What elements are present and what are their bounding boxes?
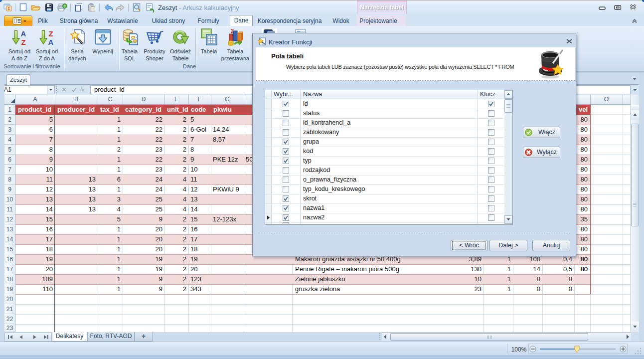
svg-text:?: ? — [64, 4, 66, 8]
svg-text:Z: Z — [21, 38, 25, 46]
svg-text:Σ: Σ — [7, 6, 10, 11]
svg-text:A: A — [21, 29, 26, 38]
svg-text:A: A — [48, 38, 54, 46]
svg-text:Z: Z — [48, 29, 53, 38]
